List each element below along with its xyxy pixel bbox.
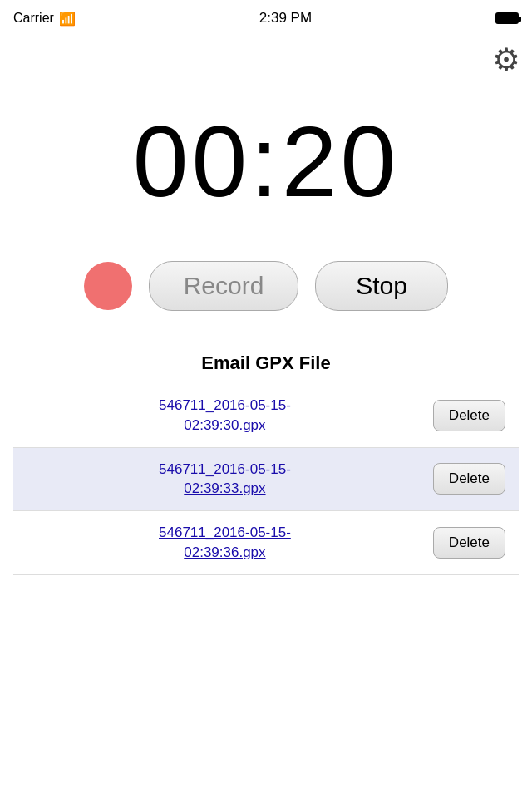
battery-container xyxy=(495,12,519,24)
file-link[interactable]: 546711_2016-05-15-02:39:36.gpx xyxy=(27,523,423,563)
file-link[interactable]: 546711_2016-05-15-02:39:30.gpx xyxy=(27,396,423,436)
status-bar: Carrier 📶 2:39 PM xyxy=(0,0,532,37)
header: ⚙ xyxy=(0,37,532,78)
carrier-info: Carrier 📶 xyxy=(13,11,76,27)
delete-button[interactable]: Delete xyxy=(433,527,505,559)
file-section: Email GPX File 546711_2016-05-15-02:39:3… xyxy=(0,352,532,575)
file-link[interactable]: 546711_2016-05-15-02:39:33.gpx xyxy=(27,460,423,500)
stop-button[interactable]: Stop xyxy=(315,261,448,311)
file-row: 546711_2016-05-15-02:39:36.gpx Delete xyxy=(13,511,519,575)
file-row: 546711_2016-05-15-02:39:33.gpx Delete xyxy=(13,448,519,512)
email-gpx-heading: Email GPX File xyxy=(13,352,519,374)
clock: 2:39 PM xyxy=(259,10,312,27)
record-button[interactable]: Record xyxy=(149,261,298,311)
record-indicator-dot xyxy=(84,262,132,310)
settings-icon[interactable]: ⚙ xyxy=(492,44,520,76)
delete-button[interactable]: Delete xyxy=(433,400,505,431)
controls-row: Record Stop xyxy=(0,244,532,328)
file-row: 546711_2016-05-15-02:39:30.gpx Delete xyxy=(13,384,519,448)
battery-icon xyxy=(495,12,519,24)
timer-display: 00:20 xyxy=(133,111,399,211)
carrier-label: Carrier xyxy=(13,11,54,26)
wifi-icon: 📶 xyxy=(59,11,76,27)
delete-button[interactable]: Delete xyxy=(433,463,505,495)
timer-section: 00:20 xyxy=(0,78,532,244)
